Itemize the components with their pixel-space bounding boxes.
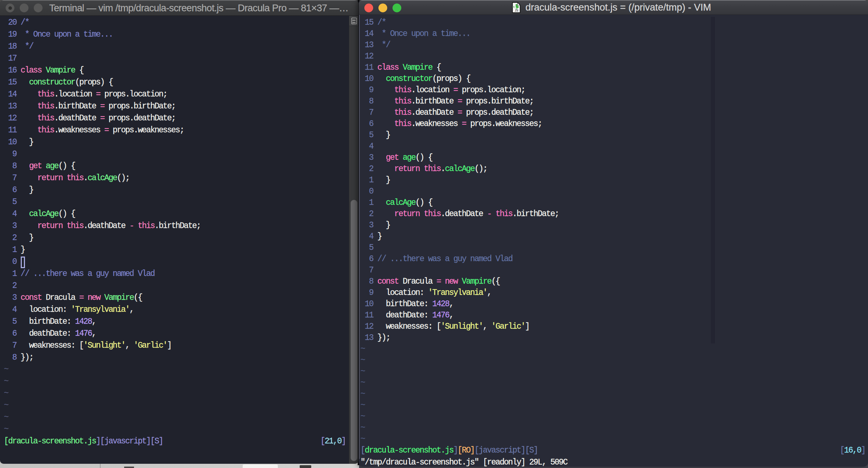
svg-text:JS: JS [515, 9, 518, 12]
